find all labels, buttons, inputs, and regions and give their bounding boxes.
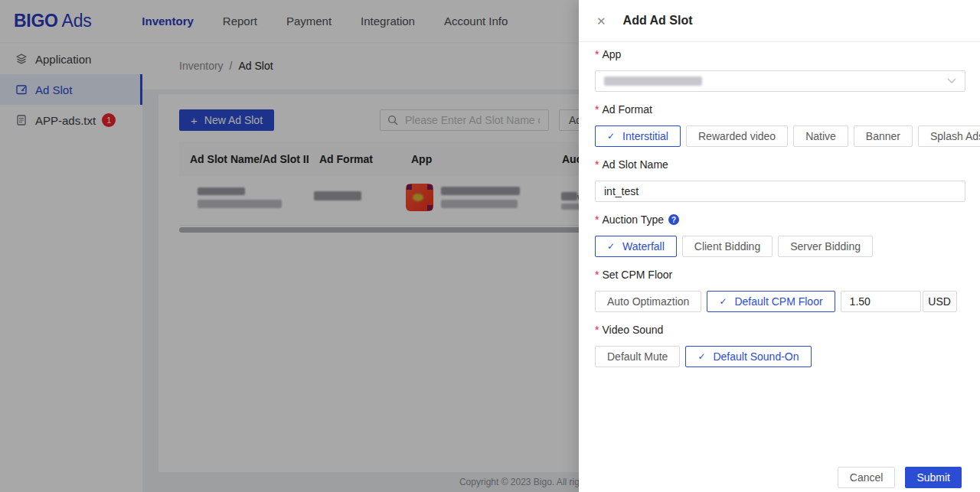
close-icon[interactable]: ✕ bbox=[596, 15, 606, 27]
set-cpm-floor-label: * Set CPM Floor bbox=[595, 269, 965, 281]
video-sound-options: Default Mute✓Default Sound-On bbox=[595, 346, 965, 367]
cpm-floor-input[interactable] bbox=[841, 291, 921, 312]
cpm-floor-options: Auto Optimaztion✓Default CPM Floor bbox=[595, 291, 841, 312]
modal-title: Add Ad Slot bbox=[623, 14, 693, 28]
submit-button[interactable]: Submit bbox=[905, 467, 962, 488]
app-window: BIGOAds InventoryReportPaymentIntegratio… bbox=[0, 0, 980, 492]
option-rewarded-video[interactable]: Rewarded video bbox=[686, 125, 788, 147]
option-interstitial[interactable]: ✓Interstitial bbox=[595, 125, 681, 147]
required-asterisk: * bbox=[595, 269, 599, 281]
ad-slot-name-input[interactable] bbox=[595, 181, 965, 202]
check-icon: ✓ bbox=[607, 131, 615, 142]
option-waterfall[interactable]: ✓Waterfall bbox=[595, 236, 677, 257]
form-item-ad-format: * Ad Format ✓InterstitialRewarded videoN… bbox=[595, 103, 965, 147]
required-asterisk: * bbox=[595, 324, 599, 336]
required-asterisk: * bbox=[595, 213, 599, 226]
option-default-mute[interactable]: Default Mute bbox=[595, 346, 680, 367]
required-asterisk: * bbox=[595, 48, 599, 60]
form-item-ad-slot-name: * Ad Slot Name bbox=[595, 158, 965, 202]
option-client-bidding[interactable]: Client Bidding bbox=[682, 236, 773, 257]
option-banner[interactable]: Banner bbox=[854, 125, 913, 147]
video-sound-label: * Video Sound bbox=[595, 324, 965, 336]
option-server-bidding[interactable]: Server Bidding bbox=[778, 236, 873, 257]
form-item-app: * App bbox=[595, 48, 965, 92]
option-auto-optimaztion[interactable]: Auto Optimaztion bbox=[595, 291, 701, 312]
ad-slot-name-label: * Ad Slot Name bbox=[595, 158, 965, 171]
check-icon: ✓ bbox=[697, 351, 705, 362]
option-default-cpm-floor[interactable]: ✓Default CPM Floor bbox=[707, 291, 835, 312]
required-asterisk: * bbox=[595, 158, 599, 171]
cancel-button[interactable]: Cancel bbox=[838, 467, 896, 488]
app-label: * App bbox=[595, 48, 965, 60]
form-item-auction-type: * Auction Type ? ✓WaterfallClient Biddin… bbox=[595, 213, 965, 257]
redacted-app-name bbox=[604, 77, 702, 86]
form-item-set-cpm-floor: * Set CPM Floor Auto Optimaztion✓Default… bbox=[595, 269, 965, 312]
option-splash-ads[interactable]: Splash Ads bbox=[918, 125, 980, 147]
ad-format-options: ✓InterstitialRewarded videoNativeBannerS… bbox=[595, 125, 965, 147]
modal-footer: Cancel Submit bbox=[838, 467, 962, 488]
chevron-down-icon bbox=[947, 78, 956, 84]
modal-body: * App * Ad Format ✓InterstitialRewarded … bbox=[579, 42, 980, 367]
currency-label: USD bbox=[923, 291, 957, 312]
option-default-sound-on[interactable]: ✓Default Sound-On bbox=[685, 346, 811, 367]
check-icon: ✓ bbox=[719, 296, 727, 307]
check-icon: ✓ bbox=[607, 241, 615, 252]
option-native[interactable]: Native bbox=[793, 125, 848, 147]
help-icon[interactable]: ? bbox=[668, 214, 679, 225]
required-asterisk: * bbox=[595, 103, 599, 116]
auction-type-options: ✓WaterfallClient BiddingServer Bidding bbox=[595, 236, 965, 257]
ad-format-label: * Ad Format bbox=[595, 103, 965, 116]
modal-header: ✕ Add Ad Slot bbox=[579, 0, 980, 42]
cpm-floor-row: Auto Optimaztion✓Default CPM Floor USD bbox=[595, 291, 965, 312]
add-ad-slot-modal: ✕ Add Ad Slot * App * bbox=[579, 0, 980, 492]
app-select[interactable] bbox=[595, 70, 965, 92]
auction-type-label: * Auction Type ? bbox=[595, 213, 965, 226]
form-item-video-sound: * Video Sound Default Mute✓Default Sound… bbox=[595, 324, 965, 367]
